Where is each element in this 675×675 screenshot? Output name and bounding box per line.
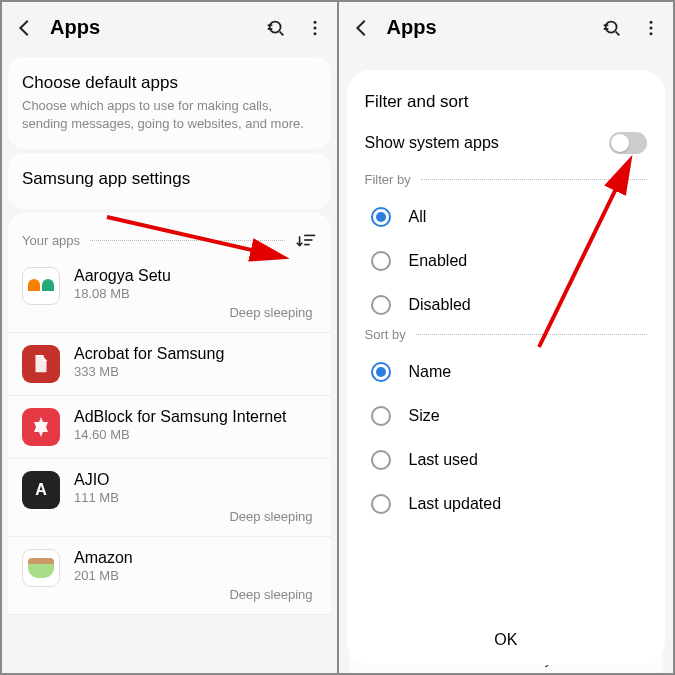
svg-point-16 [650, 20, 653, 23]
more-icon[interactable] [305, 18, 325, 38]
dotted-line [90, 240, 284, 241]
sort-option[interactable]: Name [365, 350, 648, 394]
svg-point-4 [313, 20, 316, 23]
sort-option[interactable]: Last updated [365, 482, 648, 526]
left-pane: Apps Choose default apps Choose which ap… [2, 2, 337, 673]
radio-icon [371, 406, 391, 426]
app-row[interactable]: Acrobat for Samsung 333 MB [8, 333, 331, 396]
filter-option[interactable]: All [365, 195, 648, 239]
svg-point-5 [313, 26, 316, 29]
app-name: AdBlock for Samsung Internet [74, 408, 317, 426]
your-apps-card: Your apps Aarogya Setu 18.08 MB Deep sle… [8, 213, 331, 615]
svg-point-6 [313, 32, 316, 35]
app-size: 14.60 MB [74, 427, 317, 442]
filter-by-label: Filter by [365, 172, 648, 187]
app-icon: A [22, 471, 60, 509]
show-system-toggle[interactable] [609, 132, 647, 154]
ok-button[interactable]: OK [365, 615, 648, 665]
svg-point-17 [650, 26, 653, 29]
sort-label: Size [409, 407, 440, 425]
page-title: Apps [50, 16, 265, 39]
sort-option[interactable]: Last used [365, 438, 648, 482]
filter-option[interactable]: Enabled [365, 239, 648, 283]
app-name: Acrobat for Samsung [74, 345, 317, 363]
app-row[interactable]: AdBlock for Samsung Internet 14.60 MB [8, 396, 331, 459]
filter-label: Enabled [409, 252, 468, 270]
app-size: 201 MB [74, 568, 317, 583]
search-icon[interactable] [265, 17, 287, 39]
sort-label: Last used [409, 451, 478, 469]
radio-icon [371, 207, 391, 227]
app-row[interactable]: A AJIO 111 MB Deep sleeping [8, 459, 331, 537]
app-size: 333 MB [74, 364, 317, 379]
radio-icon [371, 295, 391, 315]
sort-by-label: Sort by [365, 327, 648, 342]
filter-label: All [409, 208, 427, 226]
header-right: Apps [339, 2, 674, 53]
svg-point-0 [269, 21, 280, 32]
app-icon [22, 549, 60, 587]
app-name: Amazon [74, 549, 317, 567]
app-status: Deep sleeping [74, 509, 317, 524]
samsung-title: Samsung app settings [22, 169, 317, 189]
app-icon [22, 267, 60, 305]
radio-icon [371, 251, 391, 271]
radio-icon [371, 494, 391, 514]
back-icon[interactable] [351, 17, 373, 39]
filter-option[interactable]: Disabled [365, 283, 648, 327]
app-row[interactable]: Aarogya Setu 18.08 MB Deep sleeping [8, 255, 331, 333]
choose-default-apps[interactable]: Choose default apps Choose which apps to… [8, 57, 331, 149]
right-pane: Apps Android Accessibility Suite Filter … [339, 2, 674, 673]
show-system-label: Show system apps [365, 134, 499, 152]
sort-filter-icon[interactable] [295, 229, 317, 251]
app-name: Aarogya Setu [74, 267, 317, 285]
choose-default-title: Choose default apps [22, 73, 317, 93]
svg-line-1 [279, 31, 283, 35]
app-size: 18.08 MB [74, 286, 317, 301]
filter-sort-modal: Filter and sort Show system apps Filter … [347, 70, 666, 665]
samsung-app-settings[interactable]: Samsung app settings [8, 153, 331, 209]
back-icon[interactable] [14, 17, 36, 39]
app-row[interactable]: Amazon 201 MB Deep sleeping [8, 537, 331, 615]
sort-label: Name [409, 363, 452, 381]
choose-default-sub: Choose which apps to use for making call… [22, 97, 317, 133]
radio-icon [371, 362, 391, 382]
header-left: Apps [2, 2, 337, 53]
svg-point-18 [650, 32, 653, 35]
your-apps-header: Your apps [8, 213, 331, 255]
more-icon[interactable] [641, 18, 661, 38]
sort-label: Last updated [409, 495, 502, 513]
app-name: AJIO [74, 471, 317, 489]
app-icon [22, 345, 60, 383]
search-icon[interactable] [601, 17, 623, 39]
radio-icon [371, 450, 391, 470]
your-apps-label: Your apps [22, 233, 80, 248]
page-title: Apps [387, 16, 602, 39]
app-status: Deep sleeping [74, 305, 317, 320]
show-system-row[interactable]: Show system apps [365, 132, 648, 154]
svg-point-12 [606, 21, 617, 32]
sort-option[interactable]: Size [365, 394, 648, 438]
app-status: Deep sleeping [74, 587, 317, 602]
filter-label: Disabled [409, 296, 471, 314]
svg-line-13 [616, 31, 620, 35]
app-icon [22, 408, 60, 446]
modal-title: Filter and sort [365, 92, 648, 112]
app-size: 111 MB [74, 490, 317, 505]
